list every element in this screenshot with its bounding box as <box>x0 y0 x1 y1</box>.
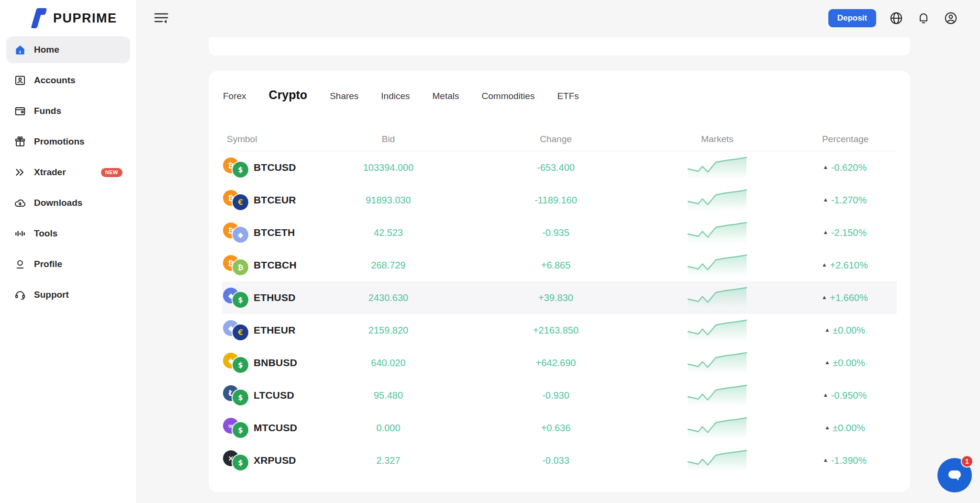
bid-value: 95.480 <box>306 390 471 401</box>
table-row[interactable]: Ł $ LTCUSD 95.480 -0.930 ▲ -0.950% <box>222 379 897 412</box>
table-row[interactable]: ₿ € BTCEUR 91893.030 -1189.160 ▲ -1.270% <box>222 184 897 216</box>
sidebar-item-xtrader[interactable]: Xtrader NEW <box>6 159 130 186</box>
sidebar-item-funds[interactable]: Funds <box>6 98 130 124</box>
percentage-value: ±0.00% <box>833 423 865 434</box>
percentage-value: -0.950% <box>831 390 867 401</box>
change-value: +39.830 <box>471 292 641 303</box>
symbol-label: BNBUSD <box>254 357 297 369</box>
header-markets: Markets <box>641 134 794 145</box>
percentage-value: -1.390% <box>831 455 867 466</box>
sparkline-chart <box>641 319 794 342</box>
sidebar-item-label: Home <box>34 45 59 55</box>
header-symbol: Symbol <box>222 134 306 145</box>
tab-crypto[interactable]: Crypto <box>269 88 308 102</box>
sidebar-item-label: Xtrader <box>34 167 66 178</box>
sidebar-toggle-icon[interactable] <box>153 11 169 26</box>
quote-coin-icon: $ <box>233 422 248 438</box>
tab-commodities[interactable]: Commodities <box>482 91 535 101</box>
pair-icon: ₿ ₿ <box>223 254 249 276</box>
symbol-label: BTCEUR <box>254 194 296 206</box>
quote-coin-icon: $ <box>233 390 248 405</box>
tab-forex[interactable]: Forex <box>223 91 246 101</box>
header-bid: Bid <box>306 134 471 145</box>
table-row[interactable]: × $ XRPUSD 2.327 -0.033 ▲ -1.390% <box>222 444 897 477</box>
bid-value: 103394.000 <box>306 162 471 173</box>
brand-name: PUPRIME <box>53 11 117 26</box>
change-value: +2163.850 <box>471 325 641 336</box>
tab-shares[interactable]: Shares <box>330 91 358 101</box>
table-row[interactable]: ∞ $ MTCUSD 0.000 +0.636 ▲ ±0.00% <box>222 412 897 444</box>
table-body: ₿ $ BTCUSD 103394.000 -653.400 ▲ -0.620% <box>222 151 897 477</box>
symbol-label: XRPUSD <box>254 455 296 466</box>
tab-indices[interactable]: Indices <box>381 91 410 101</box>
quote-coin-icon: ₿ <box>233 259 248 275</box>
pair-icon: ◆ $ <box>223 287 249 309</box>
puprime-logo-icon <box>27 7 49 29</box>
tab-etfs[interactable]: ETFs <box>557 91 579 101</box>
pair-icon: × $ <box>223 449 249 471</box>
previous-card-edge <box>209 37 910 56</box>
trend-arrow-icon: ▲ <box>825 327 829 332</box>
chat-unread-badge: 1 <box>961 455 973 468</box>
trend-arrow-icon: ▲ <box>824 197 827 202</box>
accounts-icon <box>14 74 26 87</box>
quote-coin-icon: € <box>233 324 248 340</box>
percentage-value: -2.150% <box>831 227 867 238</box>
sparkline-chart <box>641 416 794 439</box>
symbol-label: LTCUSD <box>254 390 294 401</box>
sidebar: PUPRIME Home Accounts Funds <box>0 0 137 503</box>
table-row[interactable]: ◆ $ BNBUSD 640.020 +642.690 ▲ ±0.00% <box>222 347 897 379</box>
chat-bubble-icon <box>945 466 964 485</box>
pair-icon: ₿ € <box>223 189 249 211</box>
change-value: -0.033 <box>471 455 641 466</box>
header-percentage: Percentage <box>794 134 897 145</box>
sparkline-chart <box>641 189 794 212</box>
sidebar-item-home[interactable]: Home <box>6 36 130 63</box>
account-icon[interactable] <box>944 11 958 25</box>
bid-value: 42.523 <box>306 227 471 238</box>
bid-value: 91893.030 <box>306 195 471 206</box>
change-value: -0.930 <box>471 390 641 401</box>
sidebar-item-accounts[interactable]: Accounts <box>6 67 130 94</box>
bell-icon[interactable] <box>916 11 931 25</box>
table-row[interactable]: ₿ ₿ BTCBCH 268.729 +6.865 ▲ +2.610% <box>222 249 897 281</box>
trend-arrow-icon: ▲ <box>825 360 829 365</box>
pair-icon: ₿ ◆ <box>223 222 249 244</box>
sidebar-item-label: Tools <box>34 228 57 239</box>
table-row[interactable]: ₿ ◆ BTCETH 42.523 -0.935 ▲ -2.150% <box>222 216 897 249</box>
symbol-label: BTCBCH <box>254 259 297 271</box>
trend-arrow-icon: ▲ <box>824 392 827 397</box>
percentage-value: +2.610% <box>830 260 868 271</box>
deposit-button[interactable]: Deposit <box>828 9 876 27</box>
trend-arrow-icon: ▲ <box>824 165 827 169</box>
pair-icon: ₿ $ <box>223 156 249 179</box>
globe-icon[interactable] <box>889 11 903 25</box>
sidebar-item-label: Accounts <box>34 75 76 86</box>
market-tabs: Forex Crypto Shares Indices Metals Commo… <box>209 71 910 102</box>
percentage-value: ±0.00% <box>833 325 865 336</box>
sidebar-item-support[interactable]: Support <box>6 281 130 308</box>
sidebar-item-tools[interactable]: Tools <box>6 220 130 247</box>
trend-arrow-icon: ▲ <box>824 458 827 462</box>
table-row[interactable]: ◆ $ ETHUSD 2430.630 +39.830 ▲ +1.660% <box>222 281 897 314</box>
sparkline-chart <box>641 156 794 179</box>
quotes-table: Symbol Bid Change Markets Percentage ₿ $… <box>222 127 897 477</box>
change-value: +6.865 <box>471 260 641 271</box>
brand-logo[interactable]: PUPRIME <box>0 0 136 30</box>
sidebar-item-profile[interactable]: Profile <box>6 251 130 278</box>
sidebar-item-label: Support <box>34 290 69 300</box>
change-value: -1189.160 <box>471 195 641 206</box>
sidebar-item-promotions[interactable]: Promotions <box>6 128 130 155</box>
sidebar-item-label: Profile <box>34 259 62 269</box>
chat-launcher-button[interactable]: 1 <box>937 458 972 492</box>
table-header-row: Symbol Bid Change Markets Percentage <box>222 127 897 151</box>
table-row[interactable]: ◆ € ETHEUR 2159.820 +2163.850 ▲ ±0.00% <box>222 314 897 347</box>
sidebar-item-downloads[interactable]: Downloads <box>6 190 130 216</box>
trend-arrow-icon: ▲ <box>823 262 826 267</box>
change-value: -653.400 <box>471 162 641 173</box>
promotions-icon <box>14 135 26 148</box>
table-row[interactable]: ₿ $ BTCUSD 103394.000 -653.400 ▲ -0.620% <box>222 151 897 184</box>
tab-metals[interactable]: Metals <box>433 91 459 101</box>
sparkline-chart <box>641 384 794 407</box>
home-icon <box>14 44 26 56</box>
